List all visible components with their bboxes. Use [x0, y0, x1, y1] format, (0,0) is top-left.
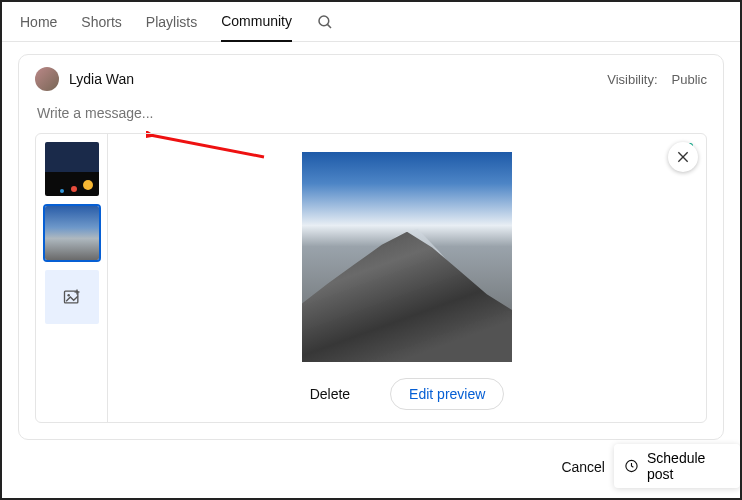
edit-preview-button[interactable]: Edit preview [390, 378, 504, 410]
tab-playlists[interactable]: Playlists [146, 2, 197, 42]
image-preview [302, 152, 512, 362]
visibility-label: Visibility: [607, 72, 657, 87]
close-button[interactable] [668, 142, 698, 172]
tab-community[interactable]: Community [221, 2, 292, 42]
visibility-selector[interactable]: Visibility: Public [607, 72, 707, 87]
image-editor: Delete Edit preview [35, 133, 707, 423]
tab-home[interactable]: Home [20, 2, 57, 42]
schedule-post-option[interactable]: Schedule post [614, 444, 740, 488]
cancel-button[interactable]: Cancel [561, 459, 605, 475]
svg-line-1 [327, 24, 331, 28]
thumbnail-strip [36, 134, 108, 422]
schedule-post-label: Schedule post [647, 450, 730, 482]
delete-button[interactable]: Delete [310, 386, 350, 402]
message-input[interactable] [37, 105, 709, 121]
thumbnail-2[interactable] [45, 206, 99, 260]
svg-point-0 [319, 16, 329, 26]
svg-point-7 [67, 294, 70, 297]
author-block: Lydia Wan [35, 67, 134, 91]
author-name: Lydia Wan [69, 71, 134, 87]
tab-shorts[interactable]: Shorts [81, 2, 121, 42]
avatar [35, 67, 59, 91]
add-image-button[interactable] [45, 270, 99, 324]
community-post-composer: Lydia Wan Visibility: Public Delete Edit… [18, 54, 724, 440]
thumbnail-1[interactable] [45, 142, 99, 196]
visibility-value: Public [672, 72, 707, 87]
preview-actions: Delete Edit preview [310, 378, 505, 410]
close-icon [675, 149, 691, 165]
channel-tabs: Home Shorts Playlists Community [2, 2, 740, 42]
search-icon[interactable] [316, 13, 334, 31]
add-image-icon [62, 287, 82, 307]
preview-panel: Delete Edit preview [108, 134, 706, 422]
clock-icon [624, 458, 639, 474]
composer-header: Lydia Wan Visibility: Public [35, 67, 707, 91]
